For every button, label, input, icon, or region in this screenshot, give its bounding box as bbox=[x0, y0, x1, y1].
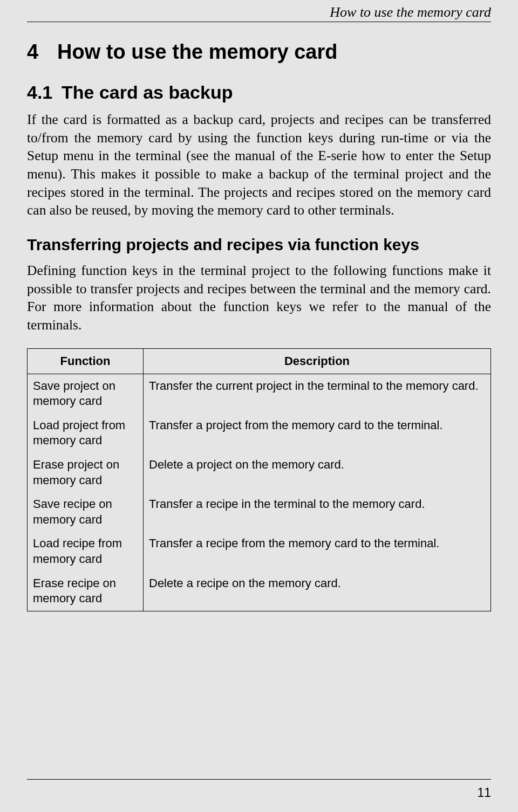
table-header-function: Function bbox=[28, 348, 144, 374]
section-title: The card as backup bbox=[62, 82, 233, 102]
table-row: Erase recipe on memory card Delete a rec… bbox=[28, 572, 491, 611]
table-row: Load recipe from memory card Transfer a … bbox=[28, 532, 491, 571]
table-row: Load project from memory card Transfer a… bbox=[28, 414, 491, 453]
table-cell-function: Load project from memory card bbox=[28, 414, 144, 453]
table-cell-function: Save project on memory card bbox=[28, 374, 144, 414]
section-paragraph-1: If the card is formatted as a backup car… bbox=[27, 111, 491, 219]
footer-rule bbox=[27, 779, 491, 780]
table-cell-description: Delete a recipe on the memory card. bbox=[144, 572, 491, 611]
table-cell-function: Save recipe on memory card bbox=[28, 492, 144, 532]
table-header-row: Function Description bbox=[28, 348, 491, 374]
table-header-description: Description bbox=[144, 348, 491, 374]
table-cell-description: Transfer a project from the memory card … bbox=[144, 414, 491, 453]
chapter-title: How to use the memory card bbox=[57, 40, 337, 63]
table-cell-function: Erase recipe on memory card bbox=[28, 572, 144, 611]
section-paragraph-2: Defining function keys in the terminal p… bbox=[27, 262, 491, 334]
chapter-number: 4 bbox=[27, 40, 57, 64]
table-cell-description: Transfer a recipe from the memory card t… bbox=[144, 532, 491, 571]
table-cell-function: Load recipe from memory card bbox=[28, 532, 144, 571]
table-row: Save project on memory card Transfer the… bbox=[28, 374, 491, 414]
table-row: Erase project on memory card Delete a pr… bbox=[28, 453, 491, 492]
chapter-heading: 4How to use the memory card bbox=[27, 40, 491, 64]
section-number: 4.1 bbox=[27, 82, 62, 103]
page-header: How to use the memory card bbox=[27, 0, 491, 22]
page-number: 11 bbox=[477, 786, 491, 800]
subsection-heading: Transferring projects and recipes via fu… bbox=[27, 236, 491, 254]
running-title: How to use the memory card bbox=[330, 4, 491, 20]
table-cell-function: Erase project on memory card bbox=[28, 453, 144, 492]
table-cell-description: Transfer the current project in the term… bbox=[144, 374, 491, 414]
table-row: Save recipe on memory card Transfer a re… bbox=[28, 492, 491, 532]
table-cell-description: Delete a project on the memory card. bbox=[144, 453, 491, 492]
table-cell-description: Transfer a recipe in the terminal to the… bbox=[144, 492, 491, 532]
function-table: Function Description Save project on mem… bbox=[27, 348, 491, 611]
section-heading: 4.1The card as backup bbox=[27, 82, 491, 103]
